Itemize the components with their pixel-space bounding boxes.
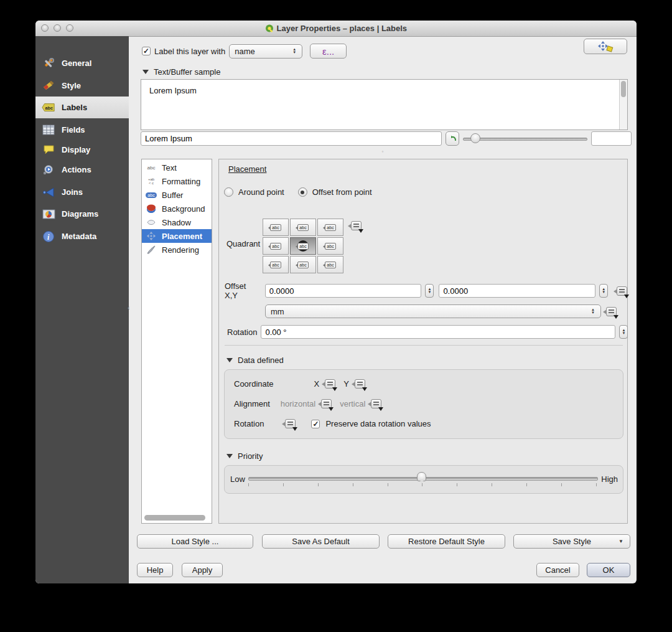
help-label: Help: [147, 565, 164, 575]
priority-slider-handle[interactable]: [417, 472, 426, 481]
preserve-rotation-checkbox[interactable]: ✓: [311, 420, 320, 428]
expression-button-label: ε...: [322, 46, 334, 57]
load-style-button[interactable]: Load Style ...: [137, 534, 253, 549]
save-style-button[interactable]: Save Style ▼: [513, 534, 630, 549]
offset-x-stepper[interactable]: ▲▼: [425, 284, 434, 298]
move-arrows-icon: [597, 41, 614, 52]
sidebar-item-style[interactable]: Style: [35, 75, 129, 97]
tab-formatting[interactable]: +ab< c Formatting: [142, 174, 212, 188]
dropdown-arrow-icon: ▼: [618, 539, 623, 544]
alignment-vertical-data-defined-icon[interactable]: [371, 399, 381, 408]
offset-units-select[interactable]: mm ▲▼: [265, 304, 601, 318]
text-buffer-sample-header[interactable]: Text/Buffer sample: [142, 67, 220, 77]
tab-placement[interactable]: Placement: [142, 229, 212, 243]
tab-text[interactable]: abc Text: [142, 161, 212, 174]
sample-text-input[interactable]: [141, 131, 442, 146]
alignment-horizontal-data-defined-icon[interactable]: [321, 399, 332, 408]
label-this-layer-checkbox[interactable]: ✓: [142, 47, 151, 55]
around-point-radio[interactable]: [224, 187, 233, 197]
priority-ticks: [248, 483, 597, 486]
splitter-handle[interactable]: ◦: [380, 150, 386, 153]
apply-button[interactable]: Apply: [182, 563, 223, 577]
offset-row: Offset X,Y ▲▼ ▲▼: [225, 281, 627, 300]
abc-text-icon: abc: [145, 165, 157, 171]
sidebar-splitter-handle[interactable]: ‹: [128, 304, 130, 311]
load-style-label: Load Style ...: [172, 537, 219, 546]
tab-rendering[interactable]: Rendering: [142, 243, 212, 257]
tablist-hscrollbar[interactable]: [144, 515, 205, 521]
abc-badge-icon: abc: [145, 192, 157, 198]
sidebar-item-label: Labels: [62, 103, 87, 112]
rotation-input[interactable]: [261, 325, 615, 339]
placement-mode-radios: Around point Offset from point: [224, 187, 372, 197]
rotation-stepper[interactable]: ▲▼: [619, 325, 628, 339]
offset-y-input[interactable]: [439, 284, 595, 298]
tools-icon: [42, 57, 55, 70]
sidebar-item-display[interactable]: Display: [35, 139, 129, 161]
qgis-logo-icon: [265, 24, 274, 32]
quadrant-left[interactable]: abc: [263, 237, 289, 255]
restore-default-style-button[interactable]: Restore Default Style: [388, 534, 505, 549]
quadrant-above[interactable]: abc: [290, 219, 316, 236]
sidebar-item-fields[interactable]: Fields: [35, 119, 129, 141]
sample-size-slider[interactable]: [463, 131, 587, 146]
ok-button[interactable]: OK: [587, 563, 630, 577]
preview-text: Lorem Ipsum: [141, 80, 627, 95]
offset-x-input[interactable]: [265, 284, 422, 298]
sidebar-item-diagrams[interactable]: Diagrams: [35, 203, 129, 225]
abc-tag-icon: abc: [42, 101, 55, 115]
sidebar-item-metadata[interactable]: i Metadata: [35, 225, 129, 247]
slider-handle[interactable]: [470, 133, 480, 143]
sidebar-item-joins[interactable]: Joins: [35, 181, 129, 203]
tab-background[interactable]: Background: [142, 202, 212, 215]
minimize-window-icon[interactable]: [54, 24, 61, 32]
sidebar-item-actions[interactable]: Actions: [35, 159, 129, 181]
automated-placement-button[interactable]: [584, 39, 627, 54]
label-field-value: name: [235, 47, 255, 56]
offset-data-defined-icon[interactable]: [617, 286, 627, 296]
quadrant-below[interactable]: abc: [290, 256, 316, 273]
coordinate-x-label: X: [314, 379, 320, 389]
info-icon: i: [42, 230, 55, 243]
offset-y-stepper[interactable]: ▲▼: [599, 284, 608, 298]
preview-scrollbar[interactable]: [619, 80, 627, 130]
reset-sample-button[interactable]: [446, 131, 459, 146]
rotation-dd-label: Rotation: [234, 419, 264, 428]
collapse-triangle-icon: [226, 454, 233, 458]
data-defined-header[interactable]: Data defined: [226, 356, 284, 365]
title-bar[interactable]: Layer Properties – places | Labels: [35, 21, 637, 37]
label-field-select[interactable]: name ▲▼: [229, 44, 302, 59]
expression-button[interactable]: ε...: [310, 44, 347, 59]
coordinate-y-data-defined-icon[interactable]: [355, 379, 365, 389]
placement-panel: Placement Around point Offset from point…: [218, 159, 628, 524]
quadrant-data-defined-icon[interactable]: [351, 221, 362, 230]
tab-buffer[interactable]: abc Buffer: [142, 188, 212, 202]
quadrant-below-right[interactable]: abc: [317, 256, 343, 273]
rotation-data-defined-icon[interactable]: [285, 419, 296, 428]
sidebar-item-general[interactable]: General: [35, 52, 129, 74]
tab-label: Shadow: [162, 218, 191, 227]
tab-shadow[interactable]: Shadow: [142, 215, 212, 229]
quadrant-below-left[interactable]: abc: [263, 256, 289, 273]
coordinate-x-data-defined-icon[interactable]: [325, 379, 335, 389]
quadrant-over[interactable]: abc: [290, 237, 316, 255]
help-button[interactable]: Help: [137, 563, 173, 577]
quadrant-above-left[interactable]: abc: [263, 219, 289, 236]
sample-size-value[interactable]: [591, 131, 632, 146]
cancel-label: Cancel: [545, 565, 570, 575]
save-as-default-button[interactable]: Save As Default: [262, 534, 380, 549]
priority-box: Low High: [224, 465, 623, 494]
close-window-icon[interactable]: [41, 24, 49, 32]
zoom-window-icon[interactable]: [66, 24, 73, 32]
sidebar-item-labels[interactable]: abc Labels: [35, 97, 129, 118]
label-settings-tabs: abc Text +ab< c Formatting abc Buffer Ba…: [141, 159, 212, 524]
units-data-defined-icon[interactable]: [606, 307, 617, 316]
table-icon: [42, 123, 55, 137]
quadrant-right[interactable]: abc: [317, 237, 343, 255]
coordinate-label: Coordinate: [234, 379, 274, 389]
cancel-button[interactable]: Cancel: [536, 563, 579, 577]
offset-from-point-radio[interactable]: [298, 187, 307, 197]
quadrant-above-right[interactable]: abc: [317, 219, 343, 236]
priority-header[interactable]: Priority: [226, 451, 263, 461]
scrollbar-thumb[interactable]: [621, 81, 626, 97]
